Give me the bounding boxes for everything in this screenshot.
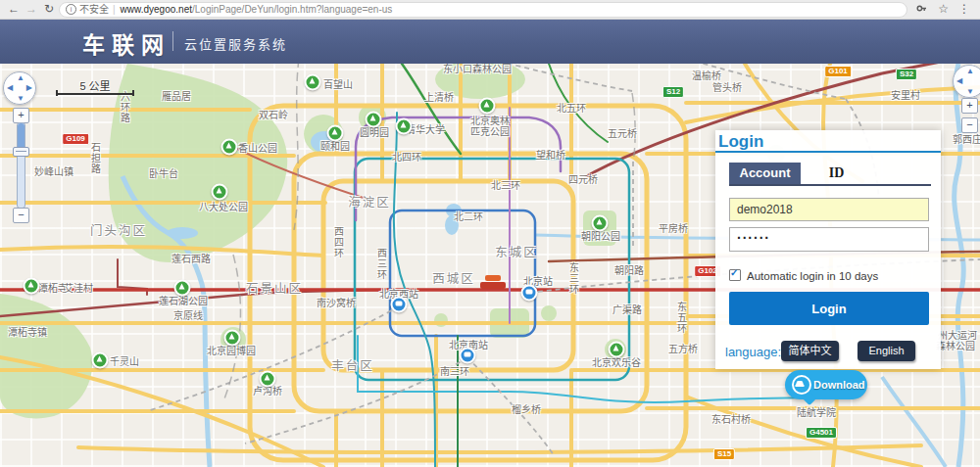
zoom-slider-handle[interactable] xyxy=(13,147,29,157)
map-label: 北四环 xyxy=(392,149,421,163)
login-title: Login xyxy=(718,132,763,152)
address-separator: | xyxy=(113,4,116,15)
password-field[interactable]: ······ xyxy=(729,227,929,252)
map-label: 南沙窝桥 xyxy=(317,295,356,309)
zoom-in-button[interactable]: + xyxy=(13,108,29,123)
map-label: 妙峰山镇 xyxy=(34,163,74,178)
map-label: 石景山区 xyxy=(246,278,303,297)
language-zh-button[interactable]: 简体中文 xyxy=(781,341,839,361)
zoom-out-button-right[interactable]: − xyxy=(961,117,978,133)
download-label: Download xyxy=(813,379,865,391)
key-icon[interactable] xyxy=(916,2,927,19)
back-icon[interactable]: ← xyxy=(8,1,20,18)
map-label: 匹克公园 xyxy=(470,123,510,138)
map-label: 平房桥 xyxy=(659,220,688,235)
map-label: 石担路 xyxy=(88,143,103,175)
map-label: 五元桥 xyxy=(608,125,637,140)
map-label: 西三环 xyxy=(374,249,389,281)
browser-toolbar: ← → ↻ i不安全|www.dyegoo.net/LoginPage/DeYu… xyxy=(0,0,980,20)
info-icon[interactable]: i xyxy=(66,4,76,15)
park-icon xyxy=(212,184,228,201)
map-label: 北二环 xyxy=(454,209,483,223)
station-icon xyxy=(391,297,408,313)
map-label: 海淀区 xyxy=(348,192,391,210)
road-badge: S12 xyxy=(662,86,684,98)
map-label: 百望山 xyxy=(323,76,353,91)
pan-left-icon[interactable]: ◀ xyxy=(7,83,13,92)
zoom-out-button[interactable]: − xyxy=(13,208,29,223)
url-domain: www.dyegoo.net xyxy=(121,4,192,15)
map-label: 东石村桥 xyxy=(711,411,751,426)
map-label: 千灵山 xyxy=(110,353,139,368)
map-label: 广渠路 xyxy=(612,302,642,316)
palace-icon xyxy=(480,275,506,289)
map-label: 森林公园 xyxy=(936,338,975,352)
bookmark-star-icon[interactable]: ☆ xyxy=(938,1,949,18)
zoom-in-button-right[interactable]: + xyxy=(961,98,978,114)
map-label: 上清桥 xyxy=(424,89,454,104)
map-label: 艾洼村 xyxy=(64,280,93,295)
road-badge: G109 xyxy=(62,133,89,145)
park-icon xyxy=(479,98,496,115)
road-badge: G101 xyxy=(824,66,852,77)
map-label: 陆航学院 xyxy=(797,404,836,419)
login-tabs: Account ID xyxy=(729,163,931,186)
auto-login-checkbox[interactable] xyxy=(729,269,741,281)
pan-up-icon[interactable]: ▲ xyxy=(966,67,974,75)
zoom-slider-track[interactable] xyxy=(17,122,25,209)
road-badge: S32 xyxy=(896,69,917,80)
park-icon xyxy=(592,215,609,232)
map-pan-control-right[interactable]: ▲ ▼ ◀ xyxy=(953,65,980,98)
pan-up-icon[interactable]: ▲ xyxy=(17,73,24,82)
park-icon xyxy=(221,139,238,156)
menu-dots-icon[interactable]: ⋮ xyxy=(958,1,970,18)
park-icon xyxy=(224,330,241,347)
login-title-rule xyxy=(715,151,941,153)
map-label: 五方桥 xyxy=(668,341,698,355)
map-label: 莲石西路 xyxy=(172,251,211,265)
station-icon xyxy=(521,285,538,302)
car-glyph xyxy=(794,379,806,389)
pan-right-icon[interactable]: ▶ xyxy=(26,83,32,92)
map-label: 东小口森林公园 xyxy=(443,64,512,75)
road-badge: S15 xyxy=(713,448,735,460)
map-label: 门头沟区 xyxy=(90,220,147,239)
map-pan-control[interactable]: ▲ ▼ ◀ ▶ xyxy=(3,71,36,105)
brand-title: 车联网 xyxy=(82,26,171,60)
map-label: 朝阳路 xyxy=(614,262,644,277)
map-label: 潭柘寺镇 xyxy=(8,324,47,339)
language-label: language: xyxy=(725,345,781,359)
pan-left-icon[interactable]: ◀ xyxy=(956,76,962,85)
login-button[interactable]: Login xyxy=(729,292,929,325)
language-en-button[interactable]: English xyxy=(858,341,915,361)
map-label: 北五环 xyxy=(557,100,586,115)
park-icon xyxy=(260,371,276,388)
map-label: 双石岭 xyxy=(259,107,288,121)
map-label: 东城区 xyxy=(495,242,538,260)
username-field[interactable]: demo2018 xyxy=(729,198,929,221)
park-icon xyxy=(305,74,321,91)
pan-down-icon[interactable]: ▼ xyxy=(17,94,24,103)
park-icon xyxy=(609,342,625,358)
map-label: 东五环 xyxy=(674,303,689,335)
station-icon xyxy=(460,348,476,364)
tab-id[interactable]: ID xyxy=(801,163,872,184)
tab-account[interactable]: Account xyxy=(729,163,801,184)
download-button[interactable]: Download xyxy=(785,370,867,399)
map-label: 北三环 xyxy=(491,177,520,192)
map-label: 南三环 xyxy=(440,363,469,378)
map-label: 西城区 xyxy=(432,268,475,287)
park-icon xyxy=(327,125,344,142)
forward-icon[interactable]: → xyxy=(25,1,37,18)
map-label: 望和桥 xyxy=(536,147,565,162)
pan-down-icon[interactable]: ▼ xyxy=(966,87,974,96)
park-icon xyxy=(174,280,191,297)
address-bar[interactable]: i不安全|www.dyegoo.net/LoginPage/DeYun/logi… xyxy=(59,2,907,18)
refresh-icon[interactable]: ↻ xyxy=(44,1,54,18)
park-icon xyxy=(366,112,382,128)
map-label: 丰台区 xyxy=(331,355,374,374)
security-label: 不安全 xyxy=(79,4,109,15)
park-icon xyxy=(92,352,109,369)
park-icon xyxy=(24,278,40,295)
map-label: 西四环 xyxy=(331,227,346,259)
